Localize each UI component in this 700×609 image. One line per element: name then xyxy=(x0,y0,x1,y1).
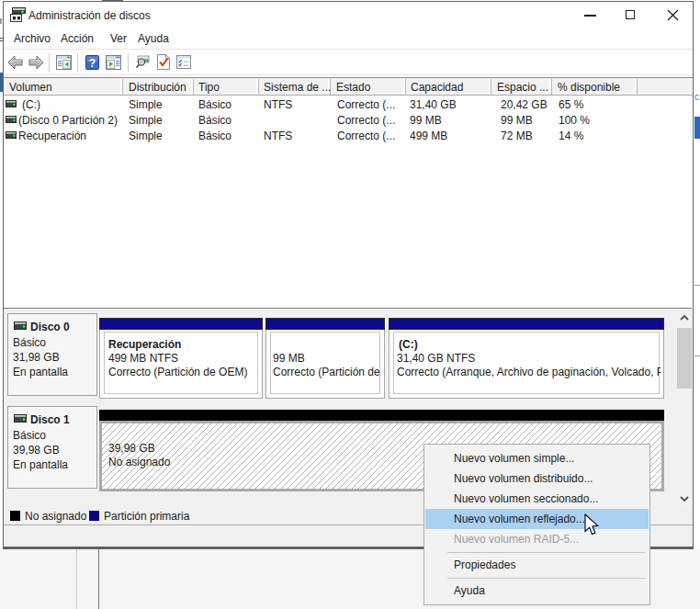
svg-text:?: ? xyxy=(89,57,96,70)
